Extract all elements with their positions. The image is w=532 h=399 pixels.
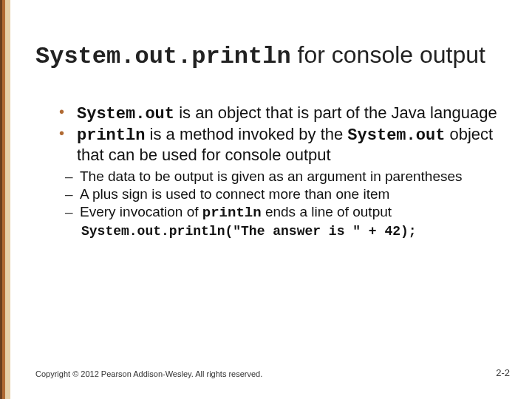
bullet-item: System.out is an object that is part of … [59,103,502,123]
sub-bullet-item: The data to be output is given as an arg… [65,168,502,185]
sub-bullet-text: A plus sign is used to connect more than… [80,186,389,202]
sub-bullet-text: The data to be output is given as an arg… [80,168,463,184]
sub-bullet-text: Every invocation of [80,204,202,219]
slide-title: System.out.println for console output [35,41,502,71]
code-example: System.out.println("The answer is " + 42… [81,224,502,239]
inline-code: println [77,126,145,145]
inline-code: System.out [347,126,445,145]
bullet-list: System.out is an object that is part of … [59,103,502,164]
sub-bullet-text: ends a line of output [262,204,392,219]
copyright-text: Copyright © 2012 Pearson Addison-Wesley.… [35,369,262,378]
bullet-text: is a method invoked by the [145,125,347,143]
sub-bullet-item: Every invocation of println ends a line … [65,204,502,222]
bullet-item: println is a method invoked by the Syste… [59,125,502,164]
inline-code: println [202,205,262,221]
sub-bullet-item: A plus sign is used to connect more than… [65,186,502,202]
page-number: 2-2 [496,367,510,378]
sub-bullet-list: The data to be output is given as an arg… [65,168,502,222]
slide-body: System.out is an object that is part of … [59,103,502,239]
bullet-text: is an object that is part of the Java la… [174,103,497,122]
title-code: System.out.println [35,43,291,70]
inline-code: System.out [77,105,174,123]
title-text: for console output [291,41,485,68]
left-accent-stripe [0,0,10,399]
